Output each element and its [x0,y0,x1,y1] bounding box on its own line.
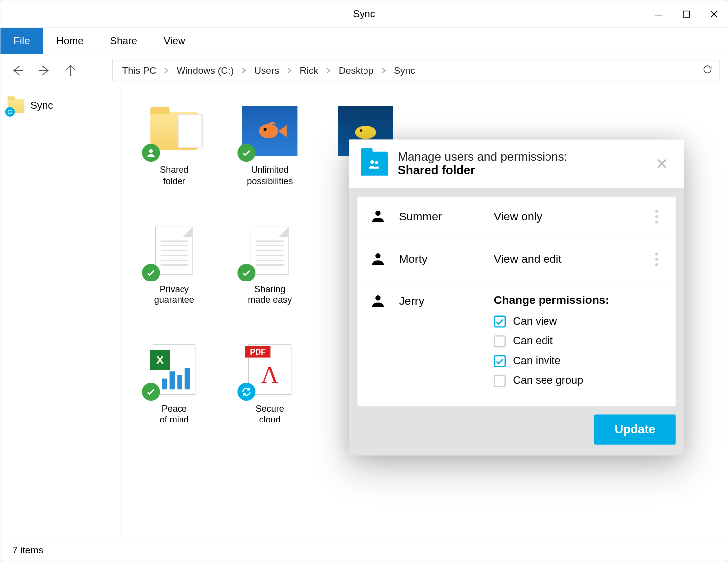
maximize-button[interactable] [673,0,700,28]
user-permission: View only [494,209,640,223]
file-label: Sharing made easy [248,283,292,306]
tree-item-label: Sync [30,100,53,112]
crumb[interactable]: Rick [296,65,322,76]
change-permissions-label: Change permissions: [494,293,662,306]
spreadsheet-icon: X [153,344,195,395]
file-item-secure[interactable]: PDFΛ Secure cloud [234,342,306,425]
person-icon [370,209,388,227]
file-label: Unlimited possibilities [247,164,293,187]
file-label: Privacy guarantee [154,283,194,306]
up-button[interactable] [62,62,80,80]
sync-badge-icon [5,107,15,117]
person-icon [370,251,388,269]
back-button[interactable] [9,62,27,80]
file-label: Shared folder [160,164,188,187]
svg-rect-1 [683,11,690,18]
dialog-title: Manage users and permissions: [398,150,642,164]
ribbon: File Home Share View [0,28,728,54]
checkbox-checked-icon[interactable] [494,315,506,327]
svg-point-6 [264,128,267,131]
document-icon [251,226,289,274]
dialog-subtitle: Shared folder [398,164,642,178]
crumb[interactable]: Windows (C:) [173,65,238,76]
file-item-shared-folder[interactable]: Shared folder [138,104,210,187]
user-menu-button[interactable] [650,251,662,266]
dialog-close-button[interactable]: ✕ [652,154,672,173]
chevron-right-icon [377,68,390,74]
svg-point-11 [375,211,380,216]
file-label: Secure cloud [256,403,284,425]
update-button[interactable]: Update [594,415,676,445]
sidebar: Sync [0,87,120,538]
file-item-privacy[interactable]: Privacy guarantee [138,223,210,306]
window-frame: Sync File Home Share View This PC Window… [0,0,728,562]
crumb[interactable]: Users [251,65,283,76]
titlebar: Sync [0,0,728,28]
file-item-unlimited[interactable]: Unlimited possibilities [234,104,306,187]
shared-badge-icon [142,144,160,162]
permission-option[interactable]: Can edit [494,335,662,347]
checkbox-icon[interactable] [494,335,506,347]
permission-option[interactable]: Can invite [494,355,662,367]
svg-point-5 [259,124,278,138]
address-bar[interactable]: This PC Windows (C:) Users Rick Desktop … [112,60,719,81]
permission-option[interactable]: Can see group [494,374,662,387]
chevron-right-icon [322,68,335,74]
file-item-peace[interactable]: X Peace of mind [138,342,210,425]
user-menu-button[interactable] [650,209,662,224]
shared-folder-icon [361,152,388,176]
sync-badge-icon [237,383,255,401]
forward-button[interactable] [35,62,53,80]
svg-point-12 [375,253,380,258]
ribbon-tab-view[interactable]: View [150,28,198,54]
item-count: 7 items [12,545,43,556]
check-badge-icon [142,264,160,281]
user-row-expanded: Jerry Change permissions: Can view Can e… [357,281,675,406]
user-permission: View and edit [494,251,640,266]
permission-label: Can see group [513,374,583,387]
ribbon-tab-share[interactable]: Share [97,28,150,54]
minimize-button[interactable] [645,0,673,28]
ribbon-tab-home[interactable]: Home [43,28,97,54]
chevron-right-icon [160,68,173,74]
file-label: Peace of mind [160,403,189,425]
svg-point-4 [149,149,153,153]
crumb[interactable]: Desktop [335,65,377,76]
checkbox-checked-icon[interactable] [494,355,506,367]
permission-option[interactable]: Can view [494,315,662,327]
svg-point-9 [370,160,374,164]
document-icon [155,226,193,274]
check-badge-icon [237,264,255,281]
svg-point-7 [355,126,376,139]
person-icon [370,293,388,311]
svg-point-10 [375,161,378,164]
user-name: Jerry [399,293,483,308]
user-row: Summer View only [357,197,675,239]
dialog-footer: Update [349,415,684,456]
permission-label: Can edit [513,335,552,347]
folder-icon [150,112,198,150]
checkbox-icon[interactable] [494,375,506,387]
window-controls [645,0,728,28]
user-name: Morty [399,251,483,266]
user-name: Summer [399,209,483,223]
crumb[interactable]: Sync [390,65,419,76]
tree-item-sync[interactable]: Sync [8,99,113,113]
chevron-right-icon [237,68,250,74]
permissions-dialog: Manage users and permissions: Shared fol… [349,140,684,456]
check-badge-icon [237,144,255,162]
chevron-right-icon [283,68,296,74]
refresh-button[interactable] [702,64,713,77]
check-badge-icon [142,383,160,401]
ribbon-tab-file[interactable]: File [0,28,43,54]
permission-label: Can invite [513,355,560,367]
crumb[interactable]: This PC [119,65,160,76]
permission-label: Can view [513,315,557,327]
close-button[interactable] [700,0,728,28]
dialog-body: Summer View only Morty View and edit Jer… [357,197,675,406]
file-item-sharing[interactable]: Sharing made easy [234,223,306,306]
pdf-icon: PDFΛ [248,344,291,395]
window-title: Sync [353,8,375,20]
svg-point-8 [360,129,362,132]
svg-point-13 [375,295,380,300]
